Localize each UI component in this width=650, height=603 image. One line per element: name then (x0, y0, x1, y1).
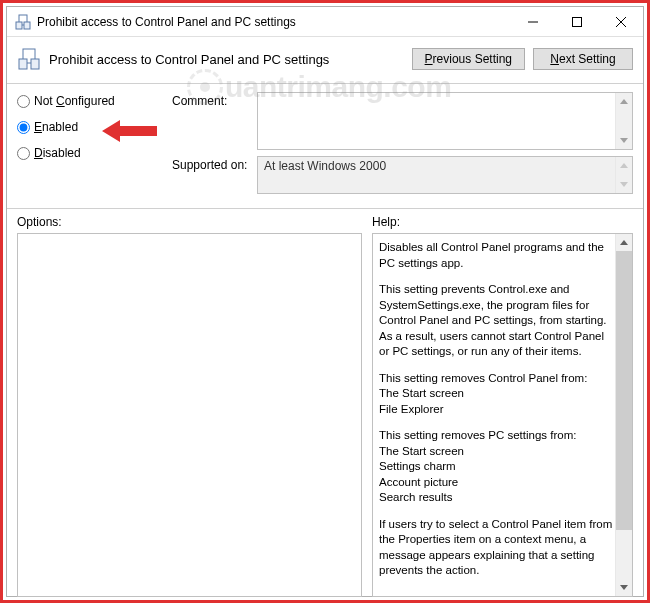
svg-marker-11 (620, 99, 628, 104)
titlebar: Prohibit access to Control Panel and PC … (7, 7, 643, 37)
scroll-up-icon[interactable] (616, 234, 632, 251)
divider (7, 83, 643, 84)
enabled-label: Enabled (34, 120, 78, 134)
supported-on-value: At least Windows 2000 (264, 159, 386, 173)
scroll-down-icon[interactable] (616, 579, 632, 596)
svg-marker-14 (620, 182, 628, 187)
svg-marker-16 (620, 585, 628, 590)
header-row: Prohibit access to Control Panel and PC … (17, 43, 633, 81)
help-text: If users try to select a Control Panel i… (379, 517, 616, 579)
annotation-arrow-enabled (102, 116, 162, 146)
help-text: This setting removes Control Panel from: (379, 371, 616, 387)
help-text: This setting removes PC settings from: (379, 428, 616, 444)
help-text: Search results (379, 490, 616, 506)
minimize-button[interactable] (511, 7, 555, 37)
next-setting-button[interactable]: Next Setting (533, 48, 633, 70)
help-panel: Disables all Control Panel programs and … (372, 233, 633, 597)
svg-rect-9 (31, 59, 39, 69)
supported-on-box: At least Windows 2000 (257, 156, 633, 194)
app-icon (15, 14, 31, 30)
close-button[interactable] (599, 7, 643, 37)
not-configured-option[interactable]: Not Configured (17, 94, 172, 108)
policy-title: Prohibit access to Control Panel and PC … (49, 52, 404, 67)
svg-rect-8 (19, 59, 27, 69)
svg-rect-4 (573, 17, 582, 26)
supported-scrollbar (615, 157, 632, 193)
disabled-radio[interactable] (17, 147, 30, 160)
options-panel (17, 233, 362, 597)
scrollbar-thumb[interactable] (616, 251, 632, 530)
scroll-down-icon[interactable] (616, 132, 632, 149)
window-controls (511, 7, 643, 37)
svg-marker-10 (102, 120, 157, 142)
help-text: Disables all Control Panel programs and … (379, 240, 616, 271)
disabled-label: Disabled (34, 146, 81, 160)
supported-on-label: Supported on: (172, 156, 257, 194)
comment-scrollbar[interactable] (615, 93, 632, 149)
help-scrollbar[interactable] (615, 234, 632, 596)
help-text: File Explorer (379, 402, 616, 418)
policy-editor-window: Prohibit access to Control Panel and PC … (6, 6, 644, 597)
scroll-up-icon[interactable] (616, 93, 632, 110)
svg-marker-12 (620, 138, 628, 143)
options-label: Options: (17, 215, 372, 229)
comment-label: Comment: (172, 92, 257, 150)
enabled-radio[interactable] (17, 121, 30, 134)
disabled-option[interactable]: Disabled (17, 146, 172, 160)
help-text: The Start screen (379, 444, 616, 460)
not-configured-radio[interactable] (17, 95, 30, 108)
help-text: The Start screen (379, 386, 616, 402)
help-label: Help: (372, 215, 400, 229)
scroll-down-icon (616, 176, 632, 193)
help-text: Account picture (379, 475, 616, 491)
dialog-footer: OK Cancel Apply (17, 597, 633, 603)
maximize-button[interactable] (555, 7, 599, 37)
svg-marker-13 (620, 163, 628, 168)
window-title: Prohibit access to Control Panel and PC … (37, 15, 511, 29)
svg-rect-2 (24, 22, 30, 29)
comment-textarea[interactable] (257, 92, 633, 150)
help-text: Settings charm (379, 459, 616, 475)
divider (7, 208, 643, 209)
not-configured-label: Not Configured (34, 94, 115, 108)
help-text: This setting prevents Control.exe and Sy… (379, 282, 616, 360)
scroll-up-icon (616, 157, 632, 174)
svg-rect-1 (16, 22, 22, 29)
state-radio-group: Not Configured Enabled Disabled (17, 92, 172, 200)
policy-icon (17, 47, 41, 71)
svg-marker-15 (620, 240, 628, 245)
previous-setting-button[interactable]: Previous Setting (412, 48, 525, 70)
